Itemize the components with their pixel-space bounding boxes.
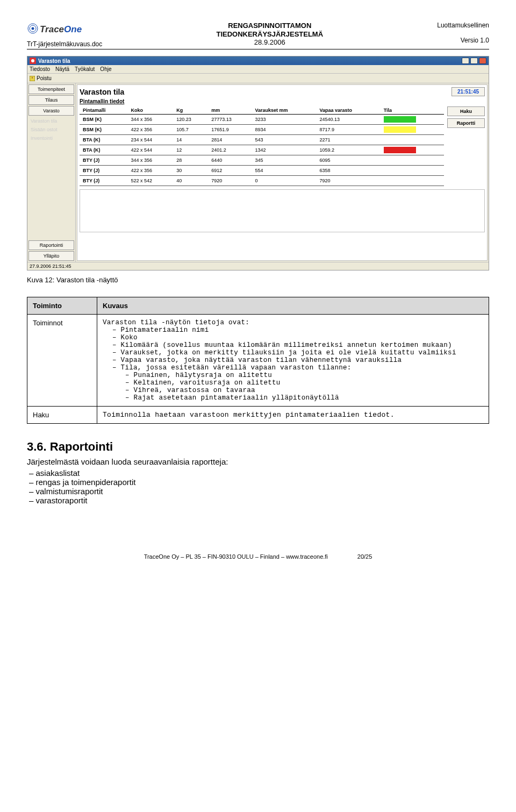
table-row[interactable]: BTA (K)234 x 5441428145432271	[80, 135, 444, 145]
page-header: TraceOne TrT-järjestelmäkuvaus.doc RENGA…	[27, 22, 489, 49]
doc-title-line2: TIEDONKERÄYSJÄRJESTELMÄ	[216, 30, 323, 39]
menu-item[interactable]: Näytä	[55, 66, 69, 72]
svg-point-2	[32, 27, 34, 30]
desc-row-label: Haku	[27, 407, 97, 424]
list-item: Koko	[112, 334, 483, 341]
list-item: Kilomäärä (sovellus muuntaa kilomäärän m…	[112, 341, 483, 349]
status-indicator	[384, 157, 416, 163]
list-item: Punainen, hälytysraja on alitettu	[125, 372, 483, 379]
toolbar: Poistu	[27, 74, 489, 83]
col-header: Kg	[173, 106, 208, 115]
app-window: Varaston tila Tiedosto Näytä Työkalut Oh…	[27, 56, 489, 270]
desc-row-content: Toiminnolla haetaan varastoon merkittyje…	[97, 407, 489, 424]
svg-text:TraceOne: TraceOne	[40, 24, 82, 34]
report-button[interactable]: Raportti	[447, 118, 485, 128]
menu-item[interactable]: Ohje	[100, 66, 111, 72]
col-header: mm	[208, 106, 252, 115]
list-item: valmistumisraportit	[29, 487, 489, 496]
page-footer: TraceOne Oy – PL 35 – FIN-90310 OULU – F…	[27, 553, 489, 560]
doc-date: 28.9.2006	[216, 38, 323, 47]
list-item: Keltainen, varoitusraja on alitettu	[125, 379, 483, 387]
doc-version: Versio 1.0	[437, 37, 489, 44]
desc-row-label: Toiminnot	[27, 315, 97, 407]
section-3-6: 3.6. Raportointi Järjestelmästä voidaan …	[27, 440, 489, 505]
col-header: Pintamalli	[80, 106, 128, 115]
table-row[interactable]: BTY (J)522 x 54240792007920	[80, 176, 444, 186]
status-indicator	[384, 177, 416, 184]
minimize-icon[interactable]	[462, 58, 469, 64]
traceone-logo-icon: TraceOne	[27, 22, 91, 35]
status-indicator	[384, 167, 416, 174]
panel-subtitle: Pintamallin tiedot	[80, 98, 485, 104]
main-panel: Varaston tila 21:51:45 Pintamallin tiedo…	[77, 84, 488, 261]
sidebar-group[interactable]: Varasto	[28, 106, 74, 116]
sidebar-group[interactable]: Ylläpito	[28, 251, 74, 261]
sidebar: Toimenpiteet Tilaus Varasto Varaston til…	[27, 83, 76, 262]
sidebar-item[interactable]: Sisään ostot	[27, 125, 75, 134]
desc-row-content: Varaston tila -näytön tietoja ovat: Pint…	[97, 315, 489, 407]
section-number: 3.6.	[27, 440, 47, 453]
inventory-table: PintamalliKokoKgmmVaraukset mmVapaa vara…	[80, 106, 444, 186]
sidebar-item[interactable]: Varaston tila	[27, 117, 75, 125]
table-row[interactable]: BTY (J)422 x 3563069125546358	[80, 166, 444, 176]
list-item: Pintamateriaalin nimi	[112, 326, 483, 334]
logo: TraceOne	[27, 22, 102, 37]
list-item: varastoraportit	[29, 496, 489, 505]
panel-title: Varaston tila	[80, 88, 124, 96]
sidebar-group[interactable]: Raportointi	[28, 240, 74, 250]
list-item: Vapaa varasto, joka näyttää varaston til…	[112, 357, 483, 364]
table-row[interactable]: BSM (K)422 x 356105.717651.989348717.9	[80, 125, 444, 135]
col-header: Tila	[381, 106, 444, 115]
menubar: Tiedosto Näytä Työkalut Ohje	[27, 65, 489, 74]
description-table: Toiminto Kuvaus Toiminnot Varaston tila …	[27, 297, 489, 424]
menu-item[interactable]: Työkalut	[75, 66, 95, 72]
sidebar-item[interactable]: Inventointi	[27, 134, 75, 143]
statusbar: 27.9.2006 21:51:45	[27, 262, 489, 270]
desc-head: Kuvaus	[97, 297, 489, 315]
list-item: rengas ja toimenpideraportit	[29, 478, 489, 487]
col-header: Varaukset mm	[252, 106, 317, 115]
figure-caption: Kuva 12: Varaston tila -näyttö	[27, 276, 489, 284]
table-row[interactable]: BTY (J)344 x 3562864403456095	[80, 155, 444, 166]
list-item: asiakaslistat	[29, 468, 489, 478]
close-icon[interactable]	[479, 58, 486, 64]
status-indicator	[384, 116, 416, 123]
list-item: Varaukset, jotka on merkitty tilauksiin …	[112, 349, 483, 357]
status-indicator	[384, 147, 416, 153]
col-header: Koko	[128, 106, 174, 115]
exit-button[interactable]: Poistu	[30, 75, 52, 81]
status-indicator	[384, 137, 416, 143]
table-row[interactable]: BSM (K)344 x 356120.2327773.13323324540.…	[80, 115, 444, 125]
list-item: Vihreä, varastossa on tavaraa	[125, 387, 483, 394]
exit-icon	[30, 76, 35, 81]
sidebar-group[interactable]: Tilaus	[28, 95, 74, 105]
list-item: Rajat asetetaan pintamateriaalin ylläpit…	[125, 394, 483, 402]
doc-filename: TrT-järjestelmäkuvaus.doc	[27, 40, 102, 48]
list-item: Tila, jossa esitetään väreillä vapaan va…	[112, 364, 483, 402]
maximize-icon[interactable]	[470, 58, 478, 64]
blank-panel	[80, 189, 485, 232]
menu-item[interactable]: Tiedosto	[30, 66, 50, 72]
col-header: Vapaa varasto	[317, 106, 381, 115]
page-number: 20/25	[357, 553, 372, 560]
doc-title-line1: RENGASPINNOITTAMON	[216, 22, 323, 30]
status-indicator	[384, 126, 416, 133]
clock: 21:51:45	[452, 87, 485, 96]
section-intro: Järjestelmästä voidaan luoda seuraavanla…	[27, 457, 489, 466]
window-titlebar: Varaston tila	[27, 56, 489, 65]
doc-confidential: Luottamuksellinen	[437, 22, 489, 29]
table-row[interactable]: BTA (K)422 x 544122401.213421059.2	[80, 145, 444, 155]
app-icon	[30, 58, 36, 64]
svg-point-5	[31, 59, 34, 62]
window-title: Varaston tila	[38, 58, 70, 64]
search-button[interactable]: Haku	[447, 106, 485, 116]
desc-head: Toiminto	[27, 297, 97, 315]
sidebar-group[interactable]: Toimenpiteet	[28, 84, 74, 94]
section-title: Raportointi	[50, 440, 113, 453]
